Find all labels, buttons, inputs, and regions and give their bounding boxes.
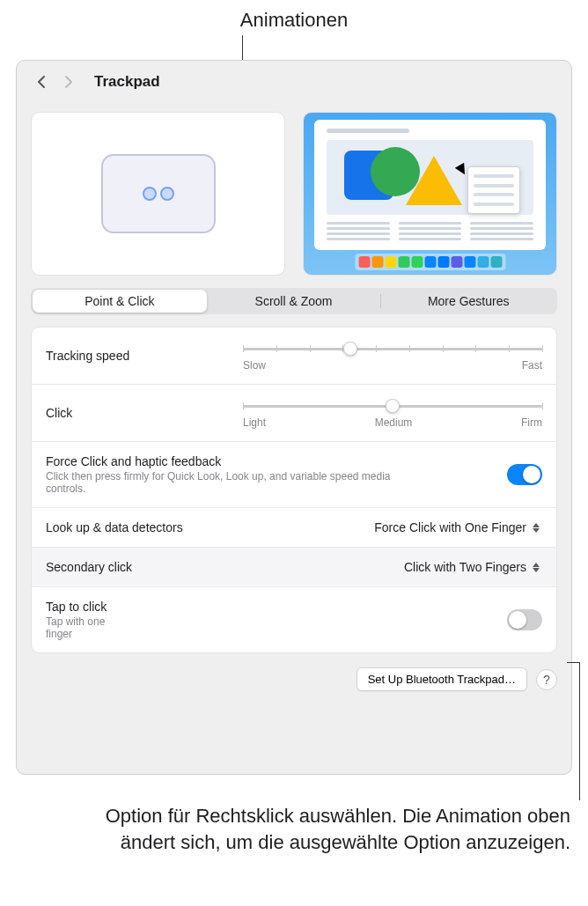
click-slider[interactable]: Light Medium Firm	[243, 397, 542, 429]
tab-more-gestures[interactable]: More Gestures	[381, 290, 555, 313]
annotation-leader-line	[567, 662, 579, 663]
force-click-toggle[interactable]	[507, 464, 542, 485]
row-secondary-click: Secondary click Click with Two Fingers	[32, 548, 556, 587]
forward-button[interactable]	[59, 72, 78, 92]
tap-to-click-sublabel: Tap with one finger	[46, 615, 115, 640]
row-force-click: Force Click and haptic feedback Click th…	[32, 442, 556, 508]
force-click-sublabel: Click then press firmly for Quick Look, …	[46, 470, 397, 495]
row-tracking-speed: Tracking speed Slow Fast	[32, 328, 556, 385]
tab-point-click[interactable]: Point & Click	[33, 290, 207, 313]
tap-to-click-label: Tap to click	[46, 600, 135, 614]
finger-indicator	[143, 187, 157, 201]
trackpad-shape	[101, 154, 216, 233]
tab-scroll-zoom[interactable]: Scroll & Zoom	[207, 290, 381, 313]
finger-indicator	[160, 187, 174, 201]
annotation-bottom-label: Option für Rechtsklick auswählen. Die An…	[77, 803, 570, 855]
look-up-select[interactable]: Force Click with One Finger	[374, 520, 542, 534]
secondary-click-label: Secondary click	[46, 560, 132, 574]
chevron-updown-icon	[530, 523, 542, 533]
secondary-click-value: Click with Two Fingers	[404, 560, 526, 574]
click-label: Click	[46, 406, 72, 420]
tracking-speed-slider[interactable]: Slow Fast	[243, 340, 542, 372]
look-up-label: Look up & data detectors	[46, 520, 183, 534]
slider-min-label: Slow	[243, 359, 266, 372]
slider-max-label: Fast	[522, 359, 542, 372]
preview-row	[17, 103, 571, 288]
annotation-leader-line	[579, 662, 580, 800]
context-menu-preview	[467, 166, 520, 214]
row-look-up: Look up & data detectors Force Click wit…	[32, 508, 556, 548]
trackpad-gesture-preview	[31, 112, 285, 276]
help-button[interactable]: ?	[536, 669, 557, 690]
slider-max-label: Firm	[521, 416, 542, 429]
annotation-top-label: Animationen	[0, 9, 588, 32]
tap-to-click-toggle[interactable]	[507, 609, 542, 630]
trackpad-settings-window: Trackpad	[16, 60, 572, 775]
footer: Set Up Bluetooth Trackpad… ?	[17, 653, 571, 705]
slider-mid-label: Medium	[375, 416, 413, 429]
secondary-click-select[interactable]: Click with Two Fingers	[404, 560, 542, 574]
force-click-label: Force Click and haptic feedback	[46, 454, 496, 468]
row-tap-to-click: Tap to click Tap with one finger	[32, 587, 556, 652]
settings-list: Tracking speed Slow Fast Click	[31, 327, 557, 653]
screen-preview	[303, 112, 557, 276]
chevron-updown-icon	[530, 563, 542, 572]
setup-bluetooth-button[interactable]: Set Up Bluetooth Trackpad…	[356, 667, 527, 691]
preview-window	[314, 120, 546, 250]
slider-min-label: Light	[243, 416, 266, 429]
back-button[interactable]	[31, 72, 50, 92]
look-up-value: Force Click with One Finger	[374, 520, 526, 534]
toolbar: Trackpad	[17, 61, 571, 103]
row-click: Click Light Medium Firm	[32, 385, 556, 442]
dock-preview	[355, 254, 505, 270]
tab-segmented-control[interactable]: Point & Click Scroll & Zoom More Gesture…	[31, 288, 557, 314]
tracking-speed-label: Tracking speed	[46, 349, 129, 363]
page-title: Trackpad	[94, 73, 160, 91]
